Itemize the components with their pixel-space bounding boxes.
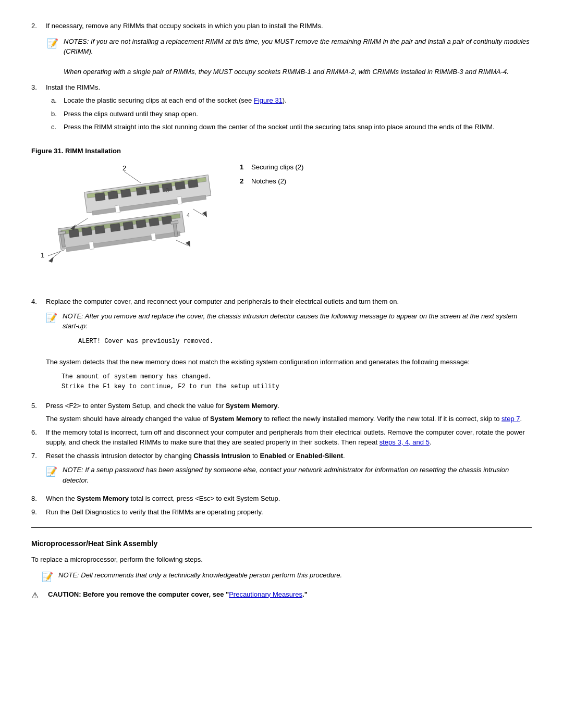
step-7-text4: . [343,452,345,460]
microprocessor-para: To replace a microprocessor, perform the… [31,554,532,565]
note-3: 📝 NOTE: If a setup password has been ass… [46,465,532,485]
step-2-number: 2. [31,21,42,31]
step-3c: c. Press the RIMM straight into the slot… [51,122,532,132]
svg-rect-13 [149,218,160,226]
figure-31-container: Figure 31. RIMM Installation 2 1 [31,146,532,287]
step-3a-label: a. [51,95,59,106]
step-5-para-text1: The system should have already changed t… [46,415,210,423]
rimm-top [84,175,211,217]
step-5: 5. Press <F2> to enter System Setup, and… [31,401,532,424]
svg-rect-27 [136,187,146,195]
step-5-number: 5. [31,401,42,424]
note-1-text: NOTES: If you are not installing a repla… [64,38,530,56]
section-divider [31,527,532,528]
step-3-number: 3. [31,82,42,135]
code-block-2: The amount of system memory has changed.… [62,372,532,392]
note-1b-text: When operating with a single pair of RIM… [64,68,509,76]
step-4: 4. Replace the computer cover, and recon… [31,297,532,398]
arrow-head-right [202,211,207,217]
step-3a: a. Locate the plastic securing clips at … [51,95,532,106]
microprocessor-section: Microprocessor/Heat Sink Assembly To rep… [31,538,532,602]
step-6-text1: If the memory total is incorrect, turn o… [46,428,525,447]
step-5-para-bold: System Memory [210,415,262,423]
step-5-para-text3: . [520,415,522,423]
step-8: 8. When the System Memory total is corre… [31,493,532,504]
note-2-text: NOTE: After you remove and replace the c… [63,312,517,330]
step-5-para: The system should have already changed t… [46,414,532,424]
note-4-text: NOTE: Dell recommends that only a techni… [58,570,342,584]
main-content: 2. If necessary, remove any RIMMs that o… [31,21,532,602]
step-5-para-text2: to reflect the newly installed memory. V… [262,415,501,423]
svg-rect-25 [108,191,118,199]
legend-text-1: Securing clips (2) [251,161,303,173]
svg-rect-12 [136,219,146,228]
step-9-text: Run the Dell Diagnostics to verify that … [46,508,263,516]
para-1: The system detects that the new memory d… [46,357,532,367]
step-7-link[interactable]: step 7 [501,415,520,423]
steps-3-4-5-link[interactable]: steps 3, 4, and 5 [380,438,430,446]
figure-31-legend: 1 Securing clips (2) 2 Notches (2) [240,161,303,188]
arrow-head-bl [48,257,54,263]
step-7-body: Reset the chassis intrusion detector by … [46,451,532,491]
svg-rect-23 [177,196,182,204]
caution-box: ⚠ CAUTION: Before you remove the compute… [31,589,532,602]
svg-rect-9 [95,226,105,234]
step-7-text1: Reset the chassis intrusion detector by … [46,452,193,460]
step-7-bold3: Enabled-Silent [296,452,343,460]
svg-rect-24 [95,193,105,201]
step-9: 9. Run the Dell Diagnostics to verify th… [31,507,532,517]
caution-text: CAUTION: Before you remove the computer … [48,589,308,602]
code-block-1: ALERT! Cover was previously removed. [78,337,532,347]
step-3c-text: Press the RIMM straight into the slot ru… [64,122,495,132]
step-3b-label: b. [51,109,59,119]
step-7-bold2: Enabled [260,452,286,460]
label-1: 1 [41,251,44,259]
step-5-bold: System Memory [226,402,278,410]
step-8-text2: total is correct, press <Esc> to exit Sy… [129,495,280,502]
step-9-body: Run the Dell Diagnostics to verify that … [46,507,532,517]
legend-item-1: 1 Securing clips (2) [240,161,303,173]
arrow-3: 3 [166,187,169,193]
note-icon-4: 📝 [42,570,53,584]
svg-line-33 [193,209,204,216]
arrow-head-br [186,241,190,247]
svg-rect-26 [121,189,131,198]
step-5-body: Press <F2> to enter System Setup, and ch… [46,401,532,424]
step-4-number: 4. [31,297,42,398]
label-2: 2 [123,164,126,172]
note-1: 📝 NOTES: If you are not installing a rep… [47,36,532,77]
note-2-body: NOTE: After you remove and replace the c… [63,311,532,352]
note-1-body: NOTES: If you are not installing a repla… [64,36,532,77]
step-4-body: Replace the computer cover, and reconnec… [46,297,532,398]
svg-rect-30 [175,181,186,190]
step-2-text: If necessary, remove any RIMMs that occu… [46,22,323,30]
svg-rect-11 [123,221,133,230]
svg-rect-10 [110,223,120,231]
step-6: 6. If the memory total is incorrect, tur… [31,427,532,448]
step-3-sublist: a. Locate the plastic securing clips at … [51,95,532,132]
figure-31-inner: 2 1 [31,161,532,286]
arrow-4: 4 [187,212,190,218]
note-icon-1: 📝 [47,36,58,77]
step-7-text3: or [286,452,296,460]
svg-rect-7 [69,229,79,238]
precautionary-measures-link[interactable]: Precautionary Measures [229,590,302,598]
step-9-number: 9. [31,507,42,517]
note-2: 📝 NOTE: After you remove and replace the… [46,311,532,352]
step-3a-text: Locate the plastic securing clips at eac… [64,95,287,106]
step-6-text2: . [430,438,432,446]
svg-rect-5 [89,242,94,250]
figure-31-label: Figure 31. RIMM Installation [31,146,532,156]
microprocessor-title: Microprocessor/Heat Sink Assembly [31,538,532,549]
step-2: 2. If necessary, remove any RIMMs that o… [31,21,532,31]
svg-rect-8 [82,227,92,236]
svg-rect-28 [149,185,160,193]
figure-31-link[interactable]: Figure 31 [254,96,283,104]
step-3c-label: c. [51,122,59,132]
step-3: 3. Install the RIMMs. a. Locate the plas… [31,82,532,135]
step-6-number: 6. [31,427,42,448]
note-icon-3: 📝 [46,465,57,485]
step-4-text: Replace the computer cover, and reconnec… [46,298,399,305]
step-8-text1: When the [46,495,77,502]
svg-rect-31 [188,180,198,188]
